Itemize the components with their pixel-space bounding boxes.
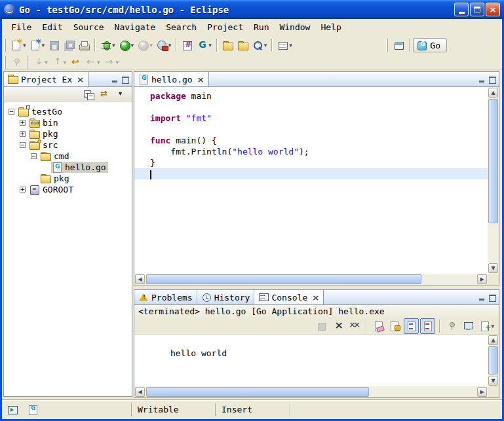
collapse-icon[interactable]: − (9, 109, 14, 115)
expand-icon[interactable]: + (20, 187, 26, 192)
selected-tree-node[interactable]: hello.go (51, 162, 108, 173)
close-icon[interactable]: × (312, 293, 319, 302)
last-edit-location-button[interactable] (68, 54, 83, 70)
minimize-button[interactable] (454, 3, 469, 16)
editor-horizontal-scrollbar[interactable]: ◀ ▶ (134, 274, 488, 285)
code-line-3[interactable]: import "fmt" (134, 113, 488, 124)
console-output[interactable]: hello world (134, 335, 488, 386)
console-horizontal-scrollbar[interactable]: ◀ ▶ (134, 386, 488, 397)
tree-node[interactable]: src (29, 139, 60, 151)
annotations-button[interactable]: ▾ (275, 37, 294, 53)
dropdown-arrow-icon[interactable]: ▾ (168, 42, 172, 48)
tree-node[interactable]: GOROOT (29, 184, 75, 195)
code-line-1[interactable]: package main (134, 90, 488, 101)
remove-all-launches-button[interactable] (347, 318, 362, 334)
save-button[interactable] (47, 37, 62, 53)
scroll-left-button[interactable]: ◀ (135, 387, 145, 397)
scroll-lock-button[interactable] (387, 318, 402, 334)
dropdown-arrow-icon[interactable]: ▾ (64, 59, 67, 65)
dropdown-arrow-icon[interactable]: ▾ (264, 42, 267, 48)
pin-console-button[interactable] (444, 318, 459, 334)
tree-item-src[interactable]: −src (4, 139, 132, 151)
terminate-button[interactable] (314, 318, 329, 334)
menu-item-file[interactable]: File (6, 20, 37, 34)
display-selected-console-button[interactable] (461, 318, 476, 334)
code-editor[interactable]: package mainimport "fmt"func main() { fm… (134, 87, 488, 274)
menu-item-window[interactable]: Window (274, 20, 315, 34)
clear-console-button[interactable] (371, 318, 386, 334)
dropdown-arrow-icon[interactable]: ▾ (208, 42, 212, 48)
toolbar-grip[interactable] (4, 56, 6, 69)
go-trim-icon[interactable] (28, 405, 39, 415)
dropdown-arrow-icon[interactable]: ▾ (149, 42, 153, 48)
external-tools-button[interactable]: ▾ (155, 37, 174, 53)
menu-item-help[interactable]: Help (315, 20, 346, 34)
dropdown-arrow-icon[interactable]: ▾ (23, 42, 26, 48)
tree-item-cmd[interactable]: −cmd (4, 151, 132, 162)
maximize-button[interactable] (470, 3, 484, 16)
tab-history[interactable]: History (197, 290, 255, 304)
run-last-button[interactable]: ▾ (136, 37, 155, 53)
open-resource-button[interactable] (220, 37, 235, 53)
tab-hello-go[interactable]: hello.go × (134, 72, 209, 86)
scrollbar-thumb[interactable] (488, 99, 498, 223)
dropdown-arrow-icon[interactable]: ▾ (491, 323, 494, 329)
new-go-app-button[interactable] (180, 37, 195, 53)
tree-item-testgo[interactable]: −testGo (4, 106, 132, 117)
tree-item-goroot[interactable]: +GOROOT (4, 184, 132, 195)
dropdown-arrow-icon[interactable]: ▾ (131, 42, 134, 48)
code-line-4[interactable] (134, 124, 488, 135)
menu-item-search[interactable]: Search (161, 20, 202, 34)
menu-item-edit[interactable]: Edit (37, 20, 68, 34)
expand-icon[interactable]: + (20, 131, 26, 137)
scroll-up-button[interactable]: ▲ (488, 88, 498, 98)
toolbar-grip[interactable] (4, 39, 6, 52)
minimize-view-button[interactable] (478, 294, 486, 301)
dropdown-arrow-icon[interactable]: ▾ (289, 42, 292, 48)
link-with-editor-button[interactable] (98, 86, 113, 102)
minimize-view-button[interactable] (111, 76, 119, 83)
collapse-icon[interactable]: − (20, 142, 26, 148)
remove-launch-button[interactable] (330, 318, 345, 334)
minimize-view-button[interactable] (478, 76, 486, 83)
dropdown-arrow-icon[interactable]: ▾ (42, 42, 45, 48)
go-perspective-button[interactable]: Go (413, 38, 447, 52)
dropdown-arrow-icon[interactable]: ▾ (45, 59, 48, 65)
expand-icon[interactable]: + (20, 120, 26, 126)
pin-editor-button[interactable] (9, 54, 24, 70)
previous-annotation-button[interactable]: ▾ (50, 54, 69, 70)
scrollbar-thumb[interactable] (146, 387, 369, 397)
forward-button[interactable]: ▾ (102, 54, 121, 70)
scrollbar-thumb[interactable] (146, 274, 421, 284)
scrollbar-thumb[interactable] (488, 346, 498, 375)
toolbar-grip[interactable] (386, 39, 388, 52)
dropdown-arrow-icon[interactable]: ▾ (97, 59, 100, 65)
tab-project-explorer[interactable]: Project Ex × (4, 72, 88, 86)
close-button[interactable]: × (486, 3, 500, 16)
run-button[interactable]: ▾ (117, 37, 136, 53)
menu-item-run[interactable]: Run (248, 20, 274, 34)
code-line-6[interactable]: fmt.Println("hello world"); (134, 146, 488, 157)
next-annotation-button[interactable]: ▾ (31, 54, 50, 70)
maximize-view-button[interactable] (488, 294, 495, 301)
save-all-button[interactable] (62, 37, 77, 53)
collapse-icon[interactable]: − (31, 153, 37, 159)
scroll-down-button[interactable]: ▼ (488, 376, 498, 386)
debug-button[interactable]: ▾ (98, 37, 117, 53)
collapse-all-button[interactable] (81, 86, 96, 102)
code-line-2[interactable] (134, 101, 488, 113)
tree-node[interactable]: pkg (29, 128, 60, 139)
code-line-8[interactable] (134, 168, 488, 179)
print-button[interactable] (77, 37, 92, 53)
scroll-left-button[interactable]: ◀ (135, 274, 145, 284)
scroll-down-button[interactable]: ▼ (488, 263, 498, 273)
titlebar[interactable]: Go - testGo/src/cmd/hello.go - Eclipse × (0, 0, 504, 19)
show-stdout-button[interactable] (404, 318, 419, 334)
code-line-5[interactable]: func main() { (134, 135, 488, 146)
scroll-up-button[interactable]: ▲ (488, 335, 498, 345)
tree-node[interactable]: pkg (40, 173, 71, 184)
search-button[interactable]: ▾ (250, 37, 269, 53)
close-icon[interactable]: × (77, 75, 84, 84)
menu-item-project[interactable]: Project (202, 20, 248, 34)
view-menu-button[interactable] (114, 86, 129, 102)
